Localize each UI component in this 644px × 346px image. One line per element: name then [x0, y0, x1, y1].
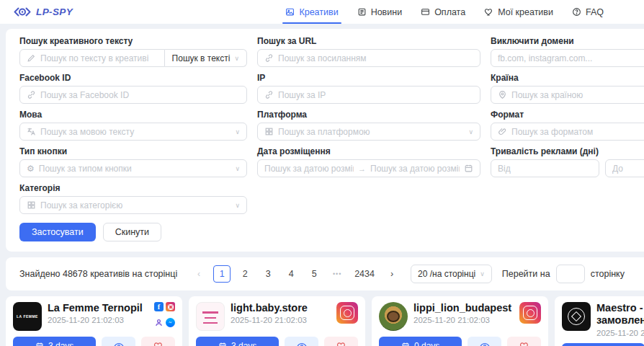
instagram-icon[interactable] — [336, 302, 358, 324]
next-page-button[interactable]: › — [383, 265, 401, 283]
button-type-input[interactable] — [39, 164, 231, 174]
button-type-select[interactable]: ⚙ ∨ — [19, 159, 247, 177]
filter-button-type: Тип кнопки ⚙ ∨ — [19, 146, 247, 177]
creative-card[interactable]: Maestro - кухні, ме замовлення в Ужго 20… — [555, 296, 644, 346]
language-input[interactable] — [40, 127, 231, 137]
grid-icon — [264, 127, 274, 136]
filter-country: Країна — [491, 73, 644, 104]
filter-exclude-domains: Виключити домени — [491, 36, 644, 67]
ip-input[interactable] — [278, 90, 473, 100]
avatar: LA FEMME — [13, 302, 42, 331]
text-search-mode-select[interactable]: Пошук в тексті ∨ — [165, 49, 247, 67]
logo[interactable]: LP-SPY — [13, 6, 73, 18]
tab-label: Мої креативи — [498, 7, 553, 17]
avatar — [196, 302, 225, 331]
days-active-button[interactable]: 3 days — [196, 337, 279, 346]
category-select[interactable]: ∨ — [19, 196, 247, 214]
tab-payment[interactable]: Оплата — [421, 0, 465, 24]
field-label: Facebook ID — [19, 73, 247, 83]
views-button[interactable] — [285, 337, 318, 346]
facebook-icon[interactable] — [154, 302, 164, 311]
filter-ad-duration: Тривалість реклами (дні) — [491, 146, 644, 177]
tab-creatives[interactable]: Креативи — [285, 0, 338, 24]
apply-button[interactable]: Застосувати — [19, 223, 96, 241]
url-input[interactable] — [278, 53, 473, 63]
favorite-button[interactable] — [324, 337, 358, 346]
eye-logo-icon — [13, 6, 32, 18]
news-icon — [357, 7, 367, 17]
views-button[interactable] — [468, 337, 501, 346]
exclude-domains-input[interactable] — [498, 53, 644, 63]
creative-card[interactable]: lippi_lion_budapest 2025-11-20 21:02:03 … — [372, 296, 548, 346]
days-active-button[interactable]: 0 days — [379, 337, 462, 346]
results-count: Знайдено 48678 креативів на сторінці — [19, 269, 177, 279]
chevron-down-icon: ∨ — [235, 165, 240, 172]
link-icon — [264, 53, 274, 63]
date-from-input[interactable] — [264, 164, 354, 174]
duration-to-input[interactable] — [612, 164, 644, 174]
creative-text-input[interactable] — [40, 53, 158, 63]
filter-platform: Платформа ∨ — [257, 110, 480, 141]
platform-select[interactable]: ∨ — [257, 123, 480, 141]
days-active-button[interactable]: 3 days — [13, 337, 96, 346]
category-input[interactable] — [40, 200, 231, 210]
page-button-2[interactable]: 2 — [236, 265, 254, 283]
page-button-4[interactable]: 4 — [282, 265, 300, 283]
filter-language: Мова ∨ — [19, 110, 247, 141]
tab-my-creatives[interactable]: Мої креативи — [484, 0, 553, 24]
page-button-1[interactable]: 1 — [213, 265, 231, 283]
platform-input[interactable] — [278, 127, 464, 137]
filter-placement-date: Дата розміщення → — [257, 146, 480, 177]
link-icon — [264, 90, 274, 99]
date-to-input[interactable] — [370, 164, 460, 174]
tab-label: Новини — [371, 7, 403, 17]
instagram-icon[interactable] — [166, 302, 175, 311]
tab-label: Оплата — [434, 7, 465, 17]
field-label: Пошук креативного тексту — [19, 36, 247, 46]
goto-page-input[interactable] — [556, 265, 585, 283]
page-button-3[interactable]: 3 — [259, 265, 277, 283]
facebook-id-input[interactable] — [40, 90, 240, 100]
tab-label: Креативи — [299, 7, 338, 17]
days-active-button[interactable] — [562, 343, 644, 346]
goto-page: Перейти на сторінку — [502, 265, 625, 283]
country-input[interactable] — [511, 90, 644, 100]
tab-news[interactable]: Новини — [357, 0, 403, 24]
card-title: light.baby.store — [231, 302, 331, 314]
results-bar: Знайдено 48678 креативів на сторінці ‹ 1… — [6, 257, 644, 290]
pages-ellipsis[interactable]: ••• — [328, 265, 346, 283]
favorite-button[interactable] — [141, 337, 175, 346]
app: LP-SPY Креативи Новини Оплата — [0, 0, 644, 346]
date-range-picker[interactable]: → — [257, 159, 480, 177]
creative-card[interactable]: LA FEMME La Femme Ternopil 2025-11-20 21… — [6, 296, 182, 346]
tab-faq[interactable]: FAQ — [572, 0, 604, 24]
filter-creative-text: Пошук креативного тексту Пошук в тексті … — [19, 36, 247, 67]
card-title: lippi_lion_budapest — [413, 302, 514, 314]
profile-icon[interactable] — [154, 318, 164, 327]
filter-facebook-id: Facebook ID — [19, 73, 247, 104]
calendar-icon — [464, 164, 473, 173]
card-date: 2025-11-20 21:02:03 — [413, 316, 514, 324]
card-title: La Femme Ternopil — [48, 302, 148, 314]
favorite-button[interactable] — [507, 337, 541, 346]
page-size-select[interactable]: 20 /на сторінці ∨ — [411, 265, 492, 283]
creative-card[interactable]: light.baby.store 2025-11-20 21:02:03 3 d… — [189, 296, 365, 346]
instagram-icon[interactable] — [519, 302, 541, 324]
field-label: IP — [257, 73, 480, 83]
heart-icon — [484, 7, 493, 17]
page-button-5[interactable]: 5 — [305, 265, 323, 283]
language-select[interactable]: ∨ — [19, 123, 247, 141]
field-label: Дата розміщення — [257, 146, 480, 156]
format-input[interactable] — [511, 127, 644, 137]
last-page-button[interactable]: 2434 — [352, 265, 377, 283]
chevron-down-icon: ∨ — [480, 270, 485, 278]
messenger-icon[interactable] — [166, 318, 175, 327]
prev-page-button[interactable]: ‹ — [190, 265, 207, 283]
field-label: Формат — [491, 110, 644, 120]
duration-from-input[interactable] — [498, 164, 592, 174]
avatar — [379, 302, 408, 331]
chevron-down-icon: ∨ — [235, 202, 240, 209]
field-label: Мова — [19, 110, 247, 120]
reset-button[interactable]: Скинути — [103, 223, 161, 241]
views-button[interactable] — [102, 337, 135, 346]
